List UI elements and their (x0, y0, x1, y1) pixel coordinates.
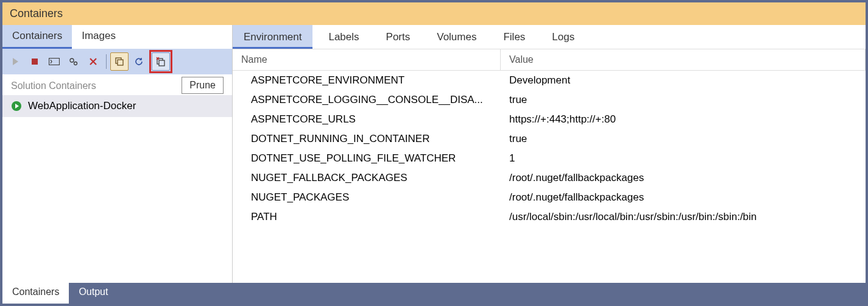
stop-button[interactable] (26, 52, 44, 71)
right-pane: Environment Labels Ports Volumes Files L… (233, 25, 866, 283)
bottom-tab-output[interactable]: Output (69, 283, 118, 304)
left-tabs: Containers Images (2, 25, 232, 49)
tab-ports[interactable]: Ports (375, 25, 422, 49)
copy-icon (115, 57, 124, 66)
tab-files[interactable]: Files (492, 25, 536, 49)
env-value: true (501, 94, 866, 106)
table-row[interactable]: NUGET_FALLBACK_PACKAGES/root/.nuget/fall… (233, 168, 866, 188)
column-value[interactable]: Value (501, 49, 866, 70)
env-name: PATH (233, 211, 501, 223)
start-button[interactable] (6, 52, 24, 71)
env-value: https://+:443;http://+:80 (501, 113, 866, 126)
env-value: /usr/local/sbin:/usr/local/bin:/usr/sbin… (501, 211, 866, 223)
svg-point-3 (74, 62, 77, 65)
table-row[interactable]: ASPNETCORE_URLShttps://+:443;http://+:80 (233, 110, 866, 129)
toolbar-separator (106, 54, 107, 69)
containers-window: Containers Containers Images (2, 2, 866, 304)
window-title: Containers (10, 7, 63, 20)
env-name: DOTNET_RUNNING_IN_CONTAINER (233, 133, 501, 145)
env-value: true (501, 133, 866, 145)
prune-highlight (149, 50, 172, 73)
env-value: /root/.nuget/fallbackpackages (501, 191, 866, 204)
container-item[interactable]: WebApplication-Docker (2, 95, 232, 117)
env-name: DOTNET_USE_POLLING_FILE_WATCHER (233, 152, 501, 165)
terminal-button[interactable] (45, 52, 63, 71)
section-label: Solution Containers Prune (2, 74, 232, 95)
prune-icon (155, 56, 166, 67)
tab-images[interactable]: Images (72, 25, 125, 49)
right-tabs: Environment Labels Ports Volumes Files L… (233, 25, 866, 49)
copy-button[interactable] (110, 52, 129, 71)
section-label-text: Solution Containers (11, 80, 96, 91)
left-pane: Containers Images (2, 25, 233, 283)
env-name: ASPNETCORE_LOGGING__CONSOLE__DISA... (233, 94, 501, 106)
svg-rect-5 (118, 60, 123, 65)
prune-tooltip: Prune (182, 77, 224, 94)
table-body: ASPNETCORE_ENVIRONMENTDevelopment ASPNET… (233, 71, 866, 227)
bottom-tabs: Containers Output (2, 283, 866, 304)
tab-containers[interactable]: Containers (2, 25, 72, 49)
env-name: ASPNETCORE_URLS (233, 113, 501, 126)
env-name: NUGET_PACKAGES (233, 191, 501, 204)
table-row[interactable]: NUGET_PACKAGES/root/.nuget/fallbackpacka… (233, 188, 866, 207)
env-value: Development (501, 74, 866, 87)
column-name[interactable]: Name (233, 49, 501, 70)
tab-environment[interactable]: Environment (233, 25, 312, 49)
container-name: WebApplication-Docker (28, 100, 136, 112)
gears-icon (68, 57, 79, 66)
play-icon (11, 57, 19, 66)
prune-button[interactable] (152, 52, 170, 71)
env-value: /root/.nuget/fallbackpackages (501, 172, 866, 184)
toolbar (2, 49, 232, 74)
svg-rect-7 (159, 60, 164, 66)
terminal-icon (49, 58, 60, 65)
table-row[interactable]: DOTNET_USE_POLLING_FILE_WATCHER1 (233, 149, 866, 168)
x-icon (89, 57, 97, 66)
table-row[interactable]: ASPNETCORE_LOGGING__CONSOLE__DISA...true (233, 90, 866, 110)
refresh-button[interactable] (130, 52, 148, 71)
window-title-bar: Containers (2, 2, 866, 25)
settings-button[interactable] (65, 52, 83, 71)
env-value: 1 (501, 152, 866, 165)
container-list: WebApplication-Docker (2, 95, 232, 283)
env-table: Name Value ASPNETCORE_ENVIRONMENTDevelop… (233, 49, 866, 283)
tab-logs[interactable]: Logs (541, 25, 585, 49)
table-row[interactable]: PATH/usr/local/sbin:/usr/local/bin:/usr/… (233, 207, 866, 227)
env-name: ASPNETCORE_ENVIRONMENT (233, 74, 501, 87)
delete-button[interactable] (84, 52, 102, 71)
svg-rect-0 (32, 59, 38, 65)
refresh-icon (134, 57, 144, 66)
svg-rect-1 (49, 59, 60, 65)
bottom-tab-containers[interactable]: Containers (2, 283, 69, 304)
running-icon (11, 101, 22, 112)
table-row[interactable]: DOTNET_RUNNING_IN_CONTAINERtrue (233, 129, 866, 149)
env-name: NUGET_FALLBACK_PACKAGES (233, 172, 501, 184)
tab-volumes[interactable]: Volumes (426, 25, 487, 49)
svg-point-2 (70, 59, 74, 62)
stop-icon (30, 57, 39, 66)
table-header: Name Value (233, 49, 866, 71)
tab-labels[interactable]: Labels (317, 25, 370, 49)
table-row[interactable]: ASPNETCORE_ENVIRONMENTDevelopment (233, 71, 866, 90)
content-row: Containers Images (2, 25, 866, 283)
